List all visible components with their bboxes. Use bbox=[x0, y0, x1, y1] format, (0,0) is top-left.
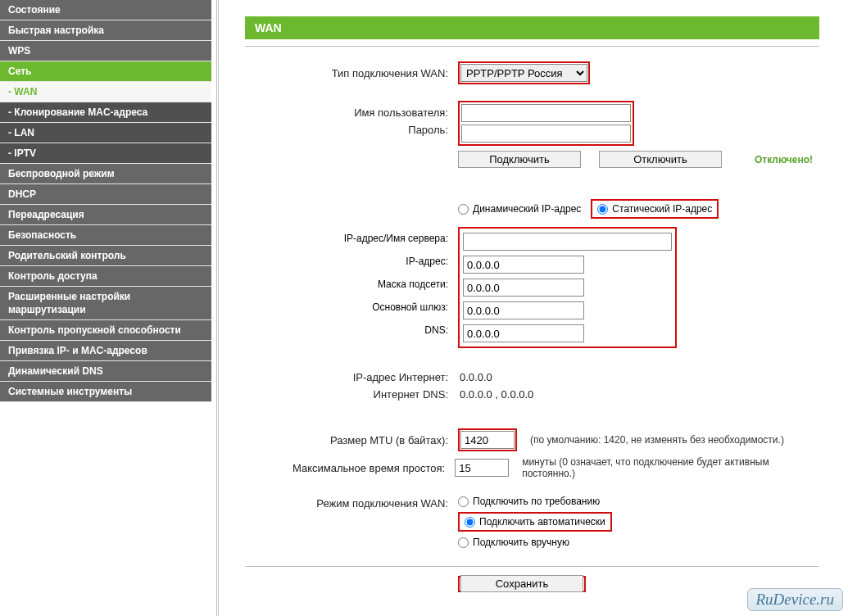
sidebar-item-8[interactable]: Беспроводной режим bbox=[0, 164, 211, 184]
sidebar-item-11[interactable]: Безопасность bbox=[0, 225, 211, 246]
divider bbox=[211, 0, 222, 616]
idle-label: Максимальное время простоя: bbox=[245, 462, 455, 474]
internet-ip-label: IP-адрес Интернет: bbox=[245, 371, 458, 383]
sidebar-item-9[interactable]: DHCP bbox=[0, 184, 211, 205]
sidebar-item-6[interactable]: - LAN bbox=[0, 123, 211, 143]
sidebar-item-14[interactable]: Расширенные настройки маршрутизации bbox=[0, 287, 211, 320]
connection-status: Отключено! bbox=[755, 154, 813, 165]
idle-input[interactable] bbox=[455, 459, 509, 477]
disconnect-button[interactable]: Отключить bbox=[599, 151, 722, 168]
ip-input[interactable] bbox=[463, 256, 584, 274]
sidebar-item-16[interactable]: Привязка IP- и MAC-адресов bbox=[0, 341, 211, 361]
conn-mode-label: Режим подключения WAN: bbox=[245, 496, 458, 510]
sidebar-item-15[interactable]: Контроль пропускной способности bbox=[0, 320, 211, 341]
sidebar-item-18[interactable]: Системные инструменты bbox=[0, 382, 211, 402]
idle-note: минуты (0 означает, что подключение буде… bbox=[522, 456, 819, 479]
watermark: RuDevice.ru bbox=[747, 588, 843, 611]
wan-type-label: Тип подключения WAN: bbox=[245, 67, 458, 79]
connect-button[interactable]: Подключить bbox=[458, 151, 581, 168]
mask-label: Маска подсети: bbox=[245, 273, 448, 296]
sidebar-item-5[interactable]: - Клонирование MAC-адреса bbox=[0, 102, 211, 123]
static-ip-radio[interactable]: Статический IP-адрес bbox=[597, 203, 712, 215]
internet-dns-value: 0.0.0.0 , 0.0.0.0 bbox=[458, 388, 533, 401]
gw-input[interactable] bbox=[463, 301, 584, 319]
server-input[interactable] bbox=[463, 233, 672, 251]
sidebar-item-13[interactable]: Контроль доступа bbox=[0, 266, 211, 287]
mtu-note: (по умолчанию: 1420, не изменять без нео… bbox=[530, 434, 784, 446]
internet-dns-label: Интернет DNS: bbox=[245, 388, 458, 401]
wan-type-select[interactable]: PPTP/PPTP Россия bbox=[460, 64, 587, 82]
save-button[interactable]: Сохранить bbox=[460, 575, 583, 592]
separator bbox=[245, 46, 819, 47]
mtu-input[interactable] bbox=[460, 431, 515, 449]
sidebar-item-4[interactable]: - WAN bbox=[0, 82, 211, 102]
sidebar-item-12[interactable]: Родительский контроль bbox=[0, 246, 211, 266]
dns-input[interactable] bbox=[463, 324, 584, 342]
auto-connect-radio[interactable]: Подключить автоматически bbox=[465, 516, 605, 528]
sidebar-item-7[interactable]: - IPTV bbox=[0, 143, 211, 164]
dns-label: DNS: bbox=[245, 319, 448, 342]
separator-bottom bbox=[245, 566, 819, 567]
internet-ip-value: 0.0.0.0 bbox=[458, 371, 492, 383]
mtu-label: Размер MTU (в байтах): bbox=[245, 434, 458, 446]
on-demand-radio[interactable]: Подключить по требованию bbox=[458, 496, 612, 507]
sidebar-menu: СостояниеБыстрая настройкаWPSСеть- WAN- … bbox=[0, 0, 211, 402]
sidebar-item-3[interactable]: Сеть bbox=[0, 61, 211, 82]
manual-connect-radio[interactable]: Подключить вручную bbox=[458, 537, 612, 548]
sidebar-item-1[interactable]: Быстрая настройка bbox=[0, 20, 211, 41]
ip-label: IP-адрес: bbox=[245, 250, 448, 273]
sidebar: СостояниеБыстрая настройкаWPSСеть- WAN- … bbox=[0, 0, 211, 616]
gw-label: Основной шлюз: bbox=[245, 296, 448, 319]
sidebar-item-10[interactable]: Переадресация bbox=[0, 205, 211, 225]
password-label: Пароль: bbox=[245, 124, 458, 136]
sidebar-item-2[interactable]: WPS bbox=[0, 41, 211, 61]
username-label: Имя пользователя: bbox=[245, 106, 458, 119]
main-panel: WAN Тип подключения WAN: PPTP/PPTP Росси… bbox=[222, 0, 848, 616]
page-title: WAN bbox=[245, 16, 819, 39]
mask-input[interactable] bbox=[463, 279, 584, 297]
sidebar-item-0[interactable]: Состояние bbox=[0, 0, 211, 20]
server-label: IP-адрес/Имя сервера: bbox=[245, 227, 448, 250]
dynamic-ip-radio[interactable]: Динамический IP-адрес bbox=[458, 203, 581, 215]
sidebar-item-17[interactable]: Динамический DNS bbox=[0, 361, 211, 382]
